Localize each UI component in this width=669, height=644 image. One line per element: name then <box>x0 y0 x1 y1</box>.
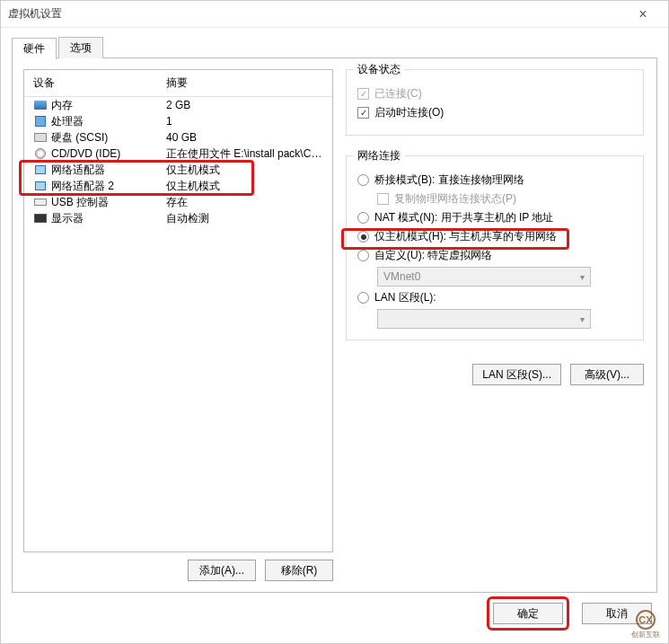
tab-hardware[interactable]: 硬件 <box>12 38 57 59</box>
remove-button[interactable]: 移除(R) <box>265 560 333 581</box>
network-icon <box>33 163 48 177</box>
add-button[interactable]: 添加(A)... <box>188 560 256 581</box>
row-summary: 自动检测 <box>166 211 325 226</box>
radio-icon <box>357 174 369 186</box>
cpu-icon <box>33 114 48 128</box>
combo-custom-vnet: VMnet0 ▾ <box>377 267 591 287</box>
radio-icon <box>357 250 369 261</box>
ok-button[interactable]: 确定 <box>493 603 563 624</box>
radio-icon <box>357 292 369 304</box>
row-label: USB 控制器 <box>51 195 166 210</box>
memory-icon <box>33 98 48 112</box>
checkbox-replicate: 复制物理网络连接状态(P) <box>377 191 632 207</box>
checkbox-label: 启动时连接(O) <box>374 105 444 120</box>
device-status-group: 设备状态 已连接(C) 启动时连接(O) <box>346 69 644 136</box>
radio-label: 桥接模式(B): 直接连接物理网络 <box>374 172 524 188</box>
col-device: 设备 <box>33 75 166 91</box>
tab-options[interactable]: 选项 <box>58 37 103 58</box>
row-summary: 40 GB <box>166 131 325 144</box>
radio-label: LAN 区段(L): <box>374 290 436 305</box>
checkbox-icon <box>377 193 389 205</box>
radio-label: 仅主机模式(H): 与主机共享的专用网络 <box>374 229 557 244</box>
titlebar: 虚拟机设置 × <box>1 1 668 28</box>
logo-icon: CX <box>636 610 656 630</box>
row-summary: 仅主机模式 <box>166 179 325 194</box>
network-connection-group: 网络连接 桥接模式(B): 直接连接物理网络 复制物理网络连接状态(P) NAT… <box>346 155 644 340</box>
right-buttons: LAN 区段(S)... 高级(V)... <box>346 364 644 385</box>
radio-icon <box>357 212 369 224</box>
row-label: 硬盘 (SCSI) <box>51 130 166 146</box>
row-summary: 仅主机模式 <box>166 163 325 178</box>
device-list: 设备 摘要 内存 2 GB 处理器 1 <box>23 69 333 552</box>
tab-content: 设备 摘要 内存 2 GB 处理器 1 <box>12 57 657 593</box>
network-icon <box>33 179 48 193</box>
radio-label: 自定义(U): 特定虚拟网络 <box>374 248 492 263</box>
row-usb[interactable]: USB 控制器 存在 <box>24 194 332 210</box>
advanced-button[interactable]: 高级(V)... <box>570 364 644 385</box>
left-panel: 设备 摘要 内存 2 GB 处理器 1 <box>23 69 333 581</box>
row-nic2[interactable]: 网络适配器 2 仅主机模式 <box>24 178 332 194</box>
highlight-ok: 确定 <box>487 596 569 631</box>
row-label: 显示器 <box>51 211 166 226</box>
cd-icon <box>33 146 48 161</box>
chevron-down-icon: ▾ <box>580 272 585 282</box>
display-icon <box>33 211 48 225</box>
harddisk-icon <box>33 130 48 145</box>
device-rows: 内存 2 GB 处理器 1 硬盘 (SCSI) 40 GB <box>24 97 332 226</box>
watermark-logo: CX 创新互联 <box>624 606 667 642</box>
radio-icon <box>357 231 369 243</box>
chevron-down-icon: ▾ <box>580 314 585 324</box>
checkbox-icon <box>357 88 369 100</box>
row-label: 网络适配器 2 <box>51 179 166 194</box>
group-title: 网络连接 <box>354 148 404 163</box>
row-label: 内存 <box>51 98 166 113</box>
group-title: 设备状态 <box>354 62 404 77</box>
radio-bridged[interactable]: 桥接模式(B): 直接连接物理网络 <box>357 172 632 188</box>
combo-lan-segment: ▾ <box>377 309 591 329</box>
logo-text: 创新互联 <box>631 630 660 640</box>
col-summary: 摘要 <box>166 75 325 91</box>
row-label: CD/DVD (IDE) <box>51 147 166 160</box>
checkbox-icon <box>357 107 369 119</box>
row-summary: 存在 <box>166 195 325 210</box>
row-display[interactable]: 显示器 自动检测 <box>24 210 332 226</box>
window-title: 虚拟机设置 <box>8 6 625 22</box>
combo-value: VMnet0 <box>383 270 420 283</box>
device-list-header: 设备 摘要 <box>24 70 332 97</box>
tabs: 硬件 选项 <box>12 37 657 58</box>
checkbox-label: 复制物理网络连接状态(P) <box>394 191 516 207</box>
close-icon[interactable]: × <box>625 1 661 28</box>
checkbox-label: 已连接(C) <box>374 86 422 101</box>
row-summary: 2 GB <box>166 99 325 111</box>
radio-label: NAT 模式(N): 用于共享主机的 IP 地址 <box>374 210 553 225</box>
radio-lan[interactable]: LAN 区段(L): <box>357 290 632 305</box>
row-hdd[interactable]: 硬盘 (SCSI) 40 GB <box>24 129 332 146</box>
lan-segments-button[interactable]: LAN 区段(S)... <box>472 364 561 385</box>
radio-nat[interactable]: NAT 模式(N): 用于共享主机的 IP 地址 <box>357 210 632 225</box>
row-memory[interactable]: 内存 2 GB <box>24 97 332 113</box>
row-cpu[interactable]: 处理器 1 <box>24 113 332 129</box>
row-nic1[interactable]: 网络适配器 仅主机模式 <box>24 162 332 178</box>
radio-custom[interactable]: 自定义(U): 特定虚拟网络 <box>357 248 632 263</box>
right-panel: 设备状态 已连接(C) 启动时连接(O) 网络连接 桥接模式(B): 直接连接物 <box>346 69 646 581</box>
vm-settings-window: 虚拟机设置 × 硬件 选项 设备 摘要 内存 <box>0 0 669 644</box>
client-area: 硬件 选项 设备 摘要 内存 2 GB <box>1 28 668 643</box>
left-buttons: 添加(A)... 移除(R) <box>23 560 333 581</box>
row-summary: 1 <box>166 115 325 128</box>
row-label: 网络适配器 <box>51 163 166 178</box>
checkbox-connected: 已连接(C) <box>357 86 632 101</box>
radio-hostonly[interactable]: 仅主机模式(H): 与主机共享的专用网络 <box>357 229 632 244</box>
checkbox-connect-on-power[interactable]: 启动时连接(O) <box>357 105 632 120</box>
usb-icon <box>33 195 48 209</box>
row-summary: 正在使用文件 E:\install pack\Ce... <box>166 146 325 162</box>
row-cddvd[interactable]: CD/DVD (IDE) 正在使用文件 E:\install pack\Ce..… <box>24 146 332 162</box>
row-label: 处理器 <box>51 114 166 129</box>
